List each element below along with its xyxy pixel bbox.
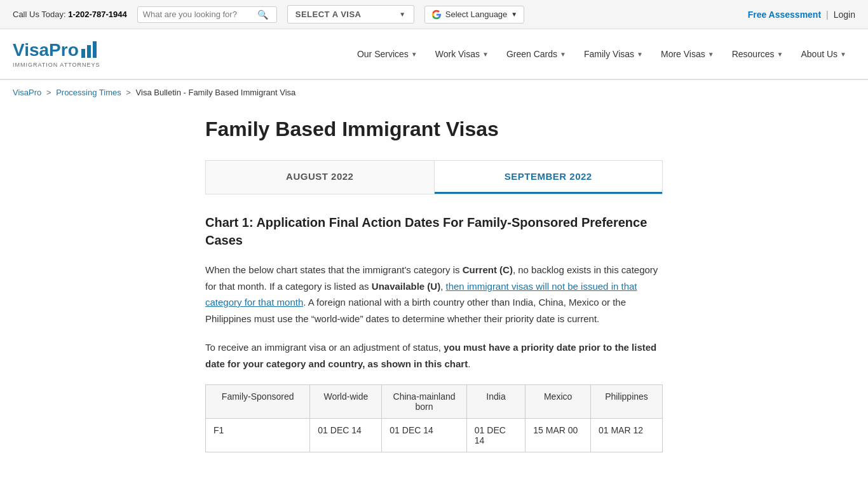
search-box[interactable]: 🔍: [137, 6, 277, 23]
cell-india-0: 01 DEC 14: [466, 419, 525, 452]
logo-bars-icon: [81, 41, 97, 59]
tab-august-2022[interactable]: AUGUST 2022: [206, 161, 435, 194]
nav-item-resources[interactable]: Resources ▼: [723, 29, 792, 79]
nav-item-more-visas[interactable]: More Visas ▼: [652, 29, 723, 79]
main-content: Family Based Immigrant Visas AUGUST 2022…: [193, 105, 675, 478]
breadcrumb-processing[interactable]: Processing Times: [56, 88, 121, 97]
about-us-arrow-icon: ▼: [840, 51, 846, 58]
col-header-mexico: Mexico: [526, 385, 591, 419]
visa-bulletin-table: Family-Sponsored World-wide China-mainla…: [205, 384, 663, 452]
nav-item-work-visas[interactable]: Work Visas ▼: [426, 29, 498, 79]
search-button[interactable]: 🔍: [257, 10, 268, 20]
logo-text: VisaPro: [13, 40, 79, 60]
breadcrumb-current: Visa Bulletin - Family Based Immigrant V…: [136, 88, 296, 97]
free-assessment-link[interactable]: Free Assessment: [748, 10, 821, 20]
page-title: Family Based Immigrant Visas: [205, 118, 663, 141]
resources-arrow-icon: ▼: [777, 51, 783, 58]
cell-world-0: 01 DEC 14: [310, 419, 382, 452]
para2: To receive an immigrant visa or an adjus…: [205, 339, 663, 372]
work-visas-arrow-icon: ▼: [482, 51, 489, 58]
breadcrumb: VisaPro > Processing Times > Visa Bullet…: [0, 80, 868, 105]
top-bar: Call Us Today: 1-202-787-1944 🔍 SELECT A…: [0, 0, 868, 29]
lang-select-label: Select Language: [445, 10, 508, 19]
more-visas-arrow-icon: ▼: [708, 51, 714, 58]
cell-china-0: 01 DEC 14: [382, 419, 467, 452]
breadcrumb-sep1: >: [46, 88, 51, 97]
col-header-world: World-wide: [310, 385, 382, 419]
green-cards-arrow-icon: ▼: [560, 51, 566, 58]
main-nav: Our Services ▼ Work Visas ▼ Green Cards …: [153, 29, 855, 79]
breadcrumb-home[interactable]: VisaPro: [13, 88, 41, 97]
para1-current-bold: Current (C): [463, 264, 513, 275]
lang-select-arrow-icon: ▼: [511, 11, 517, 18]
col-header-family: Family-Sponsored: [206, 385, 310, 419]
our-services-arrow-icon: ▼: [411, 51, 417, 58]
tab-september-2022[interactable]: SEPTEMBER 2022: [435, 161, 663, 194]
visa-select-dropdown[interactable]: SELECT A VISA ▼: [287, 5, 414, 24]
col-header-china: China-mainland born: [382, 385, 467, 419]
para2-start: To receive an immigrant visa or an adjus…: [205, 342, 444, 353]
cell-philippines-0: 01 MAR 12: [590, 419, 662, 452]
cell-family-0: F1: [206, 419, 310, 452]
visa-select-arrow-icon: ▼: [399, 11, 405, 18]
para1: When the below chart states that the imm…: [205, 262, 663, 327]
logo-area[interactable]: VisaPro IMMIGRATION ATTORNEYS: [13, 40, 153, 68]
top-bar-right: Free Assessment | Login: [748, 10, 855, 20]
col-header-india: India: [466, 385, 525, 419]
divider: |: [826, 10, 829, 20]
nav-item-about-us[interactable]: About Us ▼: [792, 29, 856, 79]
para1-start: When the below chart states that the imm…: [205, 264, 463, 275]
col-header-philippines: Philippines: [590, 385, 662, 419]
visa-select-label: SELECT A VISA: [295, 10, 362, 19]
nav-item-family-visas[interactable]: Family Visas ▼: [575, 29, 652, 79]
chart-title: Chart 1: Application Final Action Dates …: [205, 214, 663, 249]
nav-item-our-services[interactable]: Our Services ▼: [348, 29, 426, 79]
family-visas-arrow-icon: ▼: [637, 51, 643, 58]
phone-number: 1-202-787-1944: [68, 10, 127, 19]
nav-bar: VisaPro IMMIGRATION ATTORNEYS Our Servic…: [0, 29, 868, 80]
logo-subtitle: IMMIGRATION ATTORNEYS: [13, 62, 100, 68]
month-tabs: AUGUST 2022 SEPTEMBER 2022: [205, 160, 663, 194]
login-link[interactable]: Login: [834, 10, 855, 20]
para1-unavailable-bold: Unavailable (U): [372, 281, 440, 292]
para2-end: .: [468, 358, 470, 369]
cell-mexico-0: 15 MAR 00: [526, 419, 591, 452]
para1-mid2: ,: [440, 281, 445, 292]
search-input[interactable]: [143, 10, 257, 19]
nav-item-green-cards[interactable]: Green Cards ▼: [498, 29, 575, 79]
language-select[interactable]: Select Language ▼: [424, 6, 525, 24]
breadcrumb-sep2: >: [126, 88, 131, 97]
google-g-icon: [431, 10, 442, 20]
call-label: Call Us Today: 1-202-787-1944: [13, 10, 127, 19]
table-header-row: Family-Sponsored World-wide China-mainla…: [206, 385, 663, 419]
table-row: F1 01 DEC 14 01 DEC 14 01 DEC 14 15 MAR …: [206, 419, 663, 452]
